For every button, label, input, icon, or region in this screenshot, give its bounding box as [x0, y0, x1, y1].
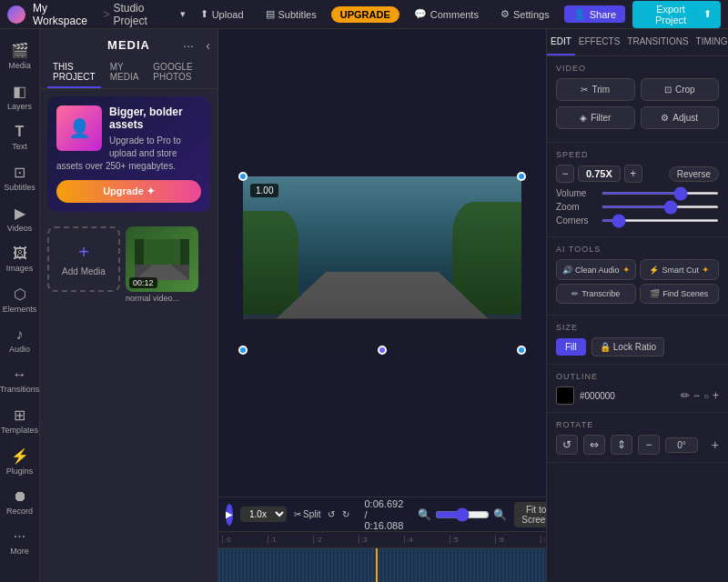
- sidebar-label-record: Record: [6, 507, 33, 516]
- play-button[interactable]: ▶: [226, 504, 233, 526]
- timeline-controls: ▶ 1.0x ✂ Split ↺ ↻ 0:06.692 / 0:16.088 🔍…: [218, 497, 546, 531]
- settings-button[interactable]: ⚙ Settings: [493, 5, 557, 23]
- smart-cut-button[interactable]: ⚡ Smart Cut ✦: [640, 259, 720, 280]
- lock-ratio-button[interactable]: 🔒 Lock Ratio: [592, 337, 664, 356]
- undo-button[interactable]: ↺: [328, 509, 335, 519]
- rotate-plus-button[interactable]: +: [712, 437, 719, 452]
- find-scenes-button[interactable]: 🎬 Find Scenes: [640, 284, 720, 304]
- flip-h-button[interactable]: ⇔: [583, 435, 605, 455]
- sidebar-item-subtitles[interactable]: ⊡ Subtitles: [2, 158, 38, 197]
- sidebar-label-audio: Audio: [9, 345, 30, 354]
- crop-button[interactable]: ⊡ Crop: [641, 78, 720, 101]
- handle-top-right[interactable]: [517, 172, 526, 181]
- volume-slider[interactable]: [602, 192, 719, 195]
- upload-button[interactable]: ⬆ Upload: [193, 5, 251, 23]
- playhead[interactable]: [376, 548, 378, 582]
- outline-minus-button[interactable]: −: [693, 389, 700, 402]
- outline-section-label: OUTLINE: [556, 372, 719, 381]
- trim-button[interactable]: ✂ Trim: [556, 78, 635, 101]
- sidebar-label-subtitles: Subtitles: [4, 183, 35, 192]
- filter-button[interactable]: ◈ Filter: [556, 106, 635, 129]
- speed-selector[interactable]: 1.0x: [240, 507, 287, 522]
- media-collapse-button[interactable]: ‹: [206, 38, 210, 53]
- media-more-button[interactable]: ···: [183, 38, 194, 53]
- flip-v-button[interactable]: ⇕: [611, 435, 632, 455]
- speed-decrease-button[interactable]: −: [556, 165, 574, 183]
- video-row-1: ✂ Trim ⊡ Crop: [556, 78, 719, 101]
- sidebar-item-record[interactable]: ⏺ Record: [2, 483, 38, 521]
- media-tab-my-media[interactable]: MY MEDIA: [105, 57, 145, 88]
- sidebar-item-videos[interactable]: ▶ Videos: [2, 199, 38, 238]
- ruler-marks: :0 :1 :2 :3 :4 :5 :6 :7 :8 :9 :10 :11 :1…: [222, 536, 546, 544]
- handle-bottom-center[interactable]: [378, 346, 387, 355]
- sidebar-item-layers[interactable]: ◧ Layers: [2, 77, 38, 116]
- handle-bottom-left[interactable]: [238, 346, 248, 355]
- reverse-button[interactable]: Reverse: [669, 166, 719, 182]
- canvas-video-container[interactable]: 1.00: [241, 175, 523, 352]
- zoom-slider-rp[interactable]: [602, 206, 719, 208]
- timecode-sep: /: [364, 509, 367, 520]
- share-button[interactable]: 👤 Share: [564, 5, 625, 23]
- sidebar-label-images: Images: [6, 264, 34, 273]
- svg-rect-4: [180, 239, 189, 265]
- speed-section: SPEED − 0.75X + Reverse Volume Zoom Corn…: [547, 143, 728, 237]
- add-media-button[interactable]: + Add Media: [47, 226, 120, 292]
- sidebar-item-text[interactable]: T Text: [2, 118, 38, 156]
- ai-tools-label: AI TOOLS: [556, 245, 719, 254]
- adjust-button[interactable]: ⚙ Adjust: [641, 106, 720, 129]
- tab-effects[interactable]: EFFECTS: [575, 29, 624, 55]
- sidebar-label-transitions: Transitions: [0, 385, 39, 394]
- upgrade-card-button[interactable]: Upgrade ✦: [56, 180, 201, 203]
- tab-transitions[interactable]: TRANSITIONS: [623, 29, 692, 55]
- clean-audio-button[interactable]: 🔊 Clean Audio ✦: [556, 259, 636, 280]
- ai-tools-section: AI TOOLS 🔊 Clean Audio ✦ ⚡ Smart Cut ✦ ✏…: [547, 237, 728, 316]
- subtitles-button[interactable]: ▤ Subtitles: [258, 5, 324, 23]
- fill-button[interactable]: Fill: [556, 338, 586, 356]
- zoom-row: Zoom: [556, 202, 719, 212]
- transcribe-button[interactable]: ✏ Transcribe: [556, 284, 636, 304]
- handle-bottom-right[interactable]: [517, 346, 526, 355]
- sidebar-label-elements: Elements: [3, 305, 37, 314]
- tab-timing[interactable]: TIMING: [693, 29, 728, 55]
- export-button[interactable]: Export Project ⬆: [632, 1, 721, 28]
- sidebar-item-more[interactable]: ··· More: [2, 523, 38, 561]
- outline-color-swatch[interactable]: [556, 386, 574, 405]
- sidebar-item-transitions[interactable]: ↔ Transitions: [2, 361, 38, 399]
- sidebar-item-templates[interactable]: ⊞ Templates: [2, 401, 38, 440]
- fit-to-screen-button[interactable]: Fit to Screen: [514, 502, 546, 527]
- handle-top-left[interactable]: [238, 172, 248, 181]
- corners-slider[interactable]: [602, 219, 719, 222]
- outline-edit-button[interactable]: ✏: [681, 389, 690, 402]
- outline-value: ○: [703, 391, 709, 401]
- media-tab-this-project[interactable]: THIS PROJECT: [47, 57, 101, 88]
- split-button[interactable]: ✂ Split: [294, 509, 320, 519]
- workspace-label[interactable]: My Workspace: [33, 2, 99, 27]
- size-row: Fill 🔒 Lock Ratio: [556, 337, 719, 356]
- sidebar-item-elements[interactable]: ⬡ Elements: [2, 280, 38, 319]
- zoom-controls: 🔍 🔍: [418, 507, 507, 522]
- redo-button[interactable]: ↻: [342, 509, 349, 519]
- sidebar-item-images[interactable]: 🖼 Images: [2, 240, 38, 278]
- sidebar-item-plugins[interactable]: ⚡ Plugins: [2, 442, 38, 481]
- sidebar-item-media[interactable]: 🎬 Media: [2, 36, 38, 75]
- project-dropdown[interactable]: ▾: [180, 8, 186, 20]
- volume-row: Volume: [556, 188, 719, 198]
- outline-color-value: #000000: [580, 391, 615, 401]
- tab-edit[interactable]: EDIT: [547, 29, 575, 55]
- outline-plus-button[interactable]: +: [713, 389, 719, 402]
- zoom-out-icon: 🔍: [418, 508, 431, 521]
- transcribe-icon: ✏: [571, 289, 579, 298]
- upgrade-button[interactable]: UPGRADE: [331, 6, 399, 23]
- zoom-slider[interactable]: [435, 507, 490, 522]
- timeline-waveform[interactable]: [218, 547, 546, 582]
- media-thumbnail[interactable]: 00:12: [126, 226, 198, 292]
- rotate-ccw-button[interactable]: ↺: [556, 435, 578, 455]
- audio-icon: ♪: [16, 326, 24, 343]
- media-tab-google-photos[interactable]: GOOGLE PHOTOS: [147, 57, 210, 88]
- speed-increase-button[interactable]: +: [624, 165, 642, 183]
- comments-button[interactable]: 💬 Comments: [407, 5, 486, 23]
- svg-rect-3: [135, 239, 144, 265]
- rotate-minus-button[interactable]: −: [638, 435, 660, 455]
- sidebar-item-audio[interactable]: ♪ Audio: [2, 321, 38, 359]
- total-time: 0:16.088: [364, 520, 403, 531]
